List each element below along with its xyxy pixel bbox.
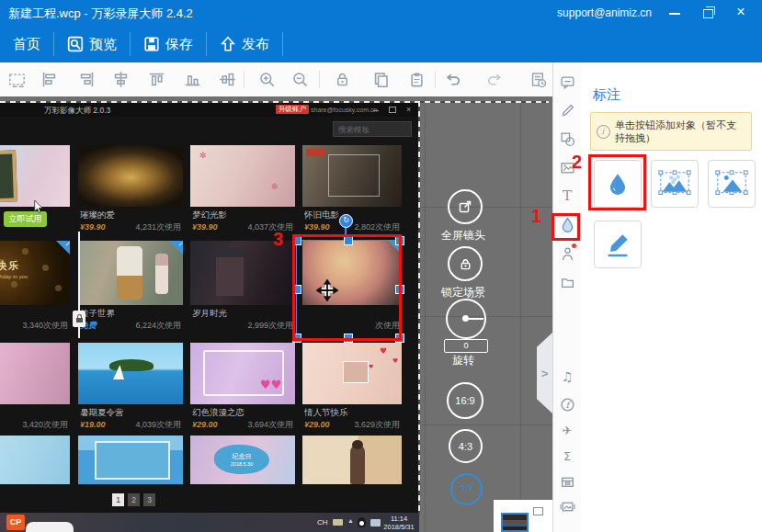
annotation-number-1: 1 (531, 206, 541, 227)
viewfinder-decor (328, 154, 380, 197)
select-region-icon[interactable] (6, 69, 27, 89)
ratio-custom-button[interactable]: ?:? (450, 473, 483, 505)
tray-network-icon (370, 519, 381, 526)
selection-handle-s[interactable] (344, 334, 353, 343)
selection-handle-nw[interactable] (292, 236, 301, 245)
annotation-number-2: 2 (572, 152, 582, 173)
decor: ♥ (380, 346, 387, 356)
home-label: 首页 (13, 36, 40, 53)
template-card (78, 436, 183, 484)
align-center-vertical-icon[interactable] (217, 69, 237, 89)
selection-handle-e[interactable] (395, 285, 404, 294)
animation-icon[interactable]: ✈ (557, 420, 577, 440)
effect-icon[interactable]: f (557, 394, 577, 414)
folder-icon[interactable] (557, 272, 577, 292)
lock-icon[interactable] (332, 69, 352, 89)
panel-collapse-tab[interactable]: > (537, 333, 552, 413)
template-card: 纪念日2018.5.30 (190, 436, 295, 484)
archive-icon[interactable] (557, 471, 577, 492)
shot-minimize-icon (373, 110, 379, 111)
pencil-icon[interactable] (557, 100, 577, 120)
add-mosaic-button[interactable] (651, 160, 699, 208)
selection-handle-sw[interactable] (292, 334, 301, 343)
character-icon[interactable] (557, 243, 577, 264)
home-button[interactable]: 首页 (0, 26, 53, 62)
selection-handle-se[interactable] (395, 334, 404, 343)
fullscreen-lens-label: 全屏镜头 (439, 228, 487, 243)
minimize-button[interactable] (661, 0, 688, 26)
copy-icon[interactable] (370, 69, 391, 89)
shape-icon[interactable] (557, 129, 577, 149)
drop-icon[interactable] (557, 214, 577, 234)
panel-title: 标注 (593, 86, 620, 104)
zoom-out-icon[interactable] (290, 69, 310, 89)
undo-icon[interactable] (442, 69, 462, 89)
rotate-dial[interactable] (446, 299, 486, 339)
selection-handle-ne[interactable] (395, 236, 404, 245)
lock-scene-button[interactable] (448, 246, 483, 281)
preview-button[interactable]: 预览 (54, 26, 130, 62)
close-button[interactable]: × (727, 0, 755, 26)
template-card: 生日快乐 Happy birthday to you 3,340次使用 (0, 241, 70, 330)
paste-icon[interactable] (406, 69, 426, 89)
publish-button[interactable]: 发布 (207, 26, 282, 62)
redo-icon[interactable] (484, 69, 505, 89)
selection-box[interactable] (296, 240, 401, 339)
selection-handle-w[interactable] (292, 285, 301, 294)
annotation-number-3: 3 (273, 229, 283, 250)
move-cursor-icon (316, 279, 338, 301)
template-uses: 2,802次使用 (354, 221, 400, 233)
check-badge (169, 241, 183, 255)
align-bottom-icon[interactable] (182, 69, 202, 89)
ratio-169-button[interactable]: 16:9 (447, 382, 483, 419)
shot-app-title: 万彩影像大师 2.0.3 (44, 106, 110, 117)
shot-account: share@focusky.com.cn (311, 107, 377, 113)
rotation-handle[interactable]: ↻ (339, 214, 353, 228)
svg-text:f: f (565, 399, 571, 409)
add-spotlight-button[interactable] (708, 160, 756, 208)
fullscreen-lens-button[interactable] (448, 189, 483, 224)
align-right-icon[interactable] (76, 69, 97, 89)
preview-icon (67, 36, 84, 52)
text-icon[interactable]: T (557, 186, 577, 206)
slider-lock-handle[interactable] (73, 311, 85, 327)
grid-line (425, 96, 426, 532)
tray-language-indicator: CH (317, 518, 328, 526)
history-icon[interactable] (528, 69, 548, 89)
template-uses: 6,224次使用 (135, 320, 181, 332)
decor: ♥ (392, 357, 398, 365)
ratio-43-button[interactable]: 4:3 (449, 429, 483, 463)
decor (352, 440, 363, 449)
save-button[interactable]: 保存 (131, 26, 206, 62)
callout-icon[interactable] (557, 72, 577, 92)
mouse-cursor-icon (33, 200, 44, 214)
decor (117, 246, 142, 300)
decor (343, 361, 369, 383)
divider (435, 71, 436, 88)
template-uses: 3,694次使用 (247, 419, 293, 431)
add-marker-button[interactable] (594, 221, 642, 268)
music-icon[interactable]: ♫ (557, 367, 577, 387)
template-card: 暑期夏令营 ¥19.004,039次使用 (78, 343, 183, 429)
template-price: ¥39.90 (304, 222, 330, 232)
restore-button[interactable] (694, 0, 722, 26)
minimap-thumbnail[interactable] (501, 513, 529, 532)
template-card: ✻✻ 梦幻光影 ¥39.904,037次使用 (190, 145, 295, 232)
align-top-icon[interactable] (146, 69, 166, 89)
minimap-restore-icon[interactable] (533, 507, 543, 515)
editing-canvas[interactable]: 万彩影像大师 2.0.3 升级账户 share@focusky.com.cn ×… (0, 96, 552, 532)
template-price: ¥39.90 (192, 222, 218, 232)
tray-clock: 11:142018/5/31 (381, 515, 416, 531)
template-thumbnail: ♥♥ (190, 343, 295, 404)
align-center-horizontal-icon[interactable] (110, 69, 131, 89)
rotate-value-input[interactable]: 0 (444, 339, 488, 353)
formula-icon[interactable]: Σ (557, 446, 577, 466)
zoom-in-icon[interactable] (256, 69, 277, 89)
preview-label: 预览 (89, 36, 117, 53)
screenshot-object[interactable]: 万彩影像大师 2.0.3 升级账户 share@focusky.com.cn ×… (0, 103, 419, 532)
add-drop-button[interactable] (594, 160, 642, 208)
gallery-icon[interactable] (557, 496, 577, 516)
notice-text: 单击按钮添加对象（暂不支持拖拽） (615, 119, 745, 144)
template-price: ¥39.90 (80, 222, 106, 232)
align-left-icon[interactable] (39, 69, 59, 89)
